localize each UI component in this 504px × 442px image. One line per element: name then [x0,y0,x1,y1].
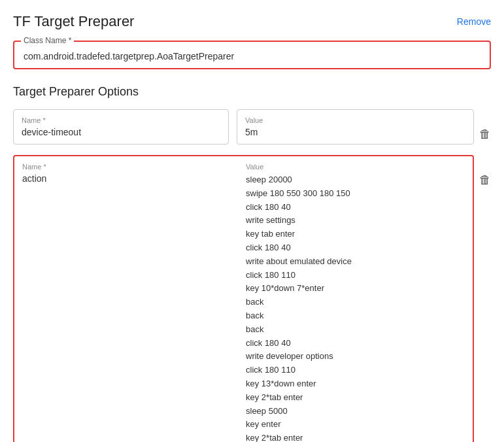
option-2-value-field[interactable]: Value sleep 20000 swipe 180 550 300 180 … [246,163,465,442]
option-2-delete-icon[interactable]: 🗑 [479,173,491,187]
option-2-name-field[interactable]: Name * action [22,163,238,442]
class-name-value[interactable]: com.android.tradefed.targetprep.AoaTarge… [24,48,480,61]
option-1-value-value[interactable]: 5m [245,127,465,137]
option-1-name-field[interactable]: Name * device-timeout [13,109,229,144]
remove-link[interactable]: Remove [457,16,491,27]
option-2-value-value[interactable]: sleep 20000 swipe 180 550 300 180 150 cl… [246,173,465,442]
page-header: TF Target Preparer Remove [13,13,491,30]
option-2-name-value[interactable]: action [22,173,238,184]
section-title: Target Preparer Options [13,85,491,99]
option-row-2: Name * action Value sleep 20000 swipe 18… [13,155,491,442]
option-1-name-value[interactable]: device-timeout [22,127,220,137]
option-1-value-label: Value [245,116,465,124]
option-1-value-field[interactable]: Value 5m [237,109,474,144]
option-2-value-label: Value [246,163,465,171]
class-name-section: Class Name * com.android.tradefed.target… [13,41,491,69]
class-name-label: Class Name * [21,36,74,45]
option-row-1: Name * device-timeout Value 5m 🗑 [13,109,491,144]
option-1-delete-icon[interactable]: 🗑 [479,128,491,141]
page-title: TF Target Preparer [13,13,134,30]
option-2-wrapper: Name * action Value sleep 20000 swipe 18… [13,155,474,442]
option-1-name-label: Name * [22,116,220,124]
option-2-name-label: Name * [22,163,238,171]
